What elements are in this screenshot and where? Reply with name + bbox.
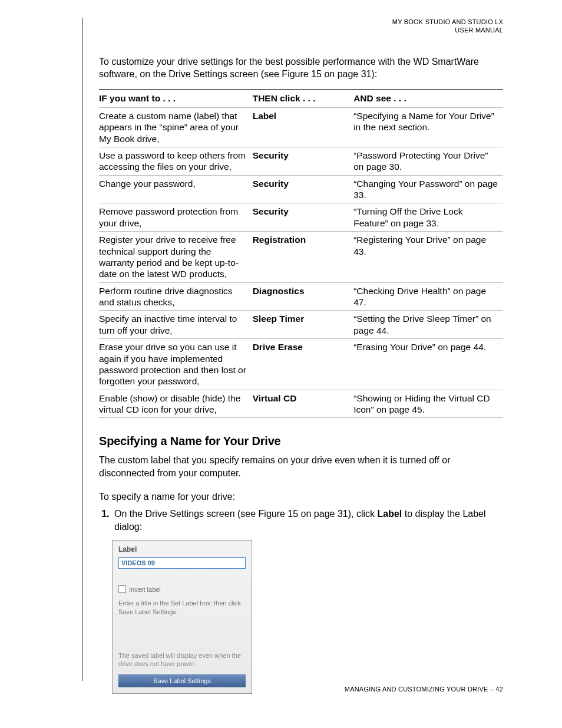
cell-click: Registration: [253, 232, 354, 283]
header-line-1: MY BOOK STUDIO AND STUDIO LX: [82, 18, 503, 26]
cell-if: Specify an inactive time interval to tur…: [99, 311, 253, 339]
step-1-label-bold: Label: [377, 509, 402, 519]
cell-if: Perform routine drive diagnostics and st…: [99, 282, 253, 311]
cell-if: Use a password to keep others from acces…: [99, 147, 253, 175]
table-row: Change your password, Security “Changing…: [99, 175, 503, 203]
steps-list: On the Drive Settings screen (see Figure…: [99, 508, 503, 533]
save-label-settings-button[interactable]: Save Label Settings: [118, 674, 246, 687]
invert-label-text: Invert label: [129, 586, 161, 593]
cell-click: Diagnostics: [253, 282, 354, 311]
cell-if: Remove password protection from your dri…: [99, 203, 253, 232]
table-row: Register your drive to receive free tech…: [99, 232, 503, 283]
cell-see: “Showing or Hiding the Virtual CD Icon” …: [353, 390, 503, 418]
cell-see: “Registering Your Drive” on page 43.: [353, 232, 503, 283]
intro-paragraph: To customize your drive settings for the…: [99, 55, 503, 81]
step-1-pre: On the Drive Settings screen (see Figure…: [114, 509, 377, 519]
table-row: Enable (show) or disable (hide) the virt…: [99, 390, 503, 418]
drive-settings-table: IF you want to . . . THEN click . . . AN…: [99, 89, 503, 419]
th-click: THEN click . . .: [253, 89, 354, 107]
cell-see: “Changing Your Password” on page 33.: [353, 175, 503, 203]
cell-see: “Specifying a Name for Your Drive” in th…: [353, 107, 503, 147]
cell-click: Virtual CD: [253, 390, 354, 418]
table-row: Specify an inactive time interval to tur…: [99, 311, 503, 339]
table-row: Perform routine drive diagnostics and st…: [99, 282, 503, 311]
cell-click: Security: [253, 147, 354, 175]
cell-see: “Checking Drive Health” on page 47.: [353, 282, 503, 311]
cell-if: Enable (show) or disable (hide) the virt…: [99, 390, 253, 418]
dialog-hint: Enter a title in the Set Label box; then…: [118, 599, 246, 616]
table-row: Create a custom name (label) that appear…: [99, 107, 503, 147]
section-lead: To specify a name for your drive:: [99, 490, 503, 503]
section-heading: Specifying a Name for Your Drive: [99, 434, 503, 448]
cell-if: Create a custom name (label) that appear…: [99, 107, 253, 147]
table-row: Erase your drive so you can use it again…: [99, 339, 503, 390]
cell-see: “Erasing Your Drive” on page 44.: [353, 339, 503, 390]
cell-if: Register your drive to receive free tech…: [99, 232, 253, 283]
table-header-row: IF you want to . . . THEN click . . . AN…: [99, 89, 503, 107]
cell-see: “Turning Off the Drive Lock Feature” on …: [353, 203, 503, 232]
table-row: Remove password protection from your dri…: [99, 203, 503, 232]
dialog-note: The saved label will display even when t…: [118, 651, 246, 668]
cell-click: Security: [253, 175, 354, 203]
invert-label-row[interactable]: Invert label: [118, 585, 246, 593]
section-paragraph: The custom label that you specify remain…: [99, 454, 503, 479]
table-row: Use a password to keep others from acces…: [99, 147, 503, 175]
checkbox-icon[interactable]: [118, 585, 126, 593]
label-input[interactable]: [118, 557, 246, 569]
left-margin-rule: [82, 18, 83, 681]
cell-click: Sleep Timer: [253, 311, 354, 339]
page-footer: MANAGING AND CUSTOMIZING YOUR DRIVE – 42: [345, 686, 503, 693]
cell-click: Security: [253, 203, 354, 232]
label-dialog: Label Invert label Enter a title in the …: [112, 540, 252, 693]
cell-if: Change your password,: [99, 175, 253, 203]
cell-if: Erase your drive so you can use it again…: [99, 339, 253, 390]
dialog-title: Label: [118, 545, 246, 554]
running-header: MY BOOK STUDIO AND STUDIO LX USER MANUAL: [82, 18, 503, 35]
th-see: AND see . . .: [353, 89, 503, 107]
step-1: On the Drive Settings screen (see Figure…: [112, 508, 503, 533]
header-line-2: USER MANUAL: [82, 26, 503, 34]
th-if: IF you want to . . .: [99, 89, 253, 107]
cell-click: Label: [253, 107, 354, 147]
cell-see: “Setting the Drive Sleep Timer” on page …: [353, 311, 503, 339]
cell-click: Drive Erase: [253, 339, 354, 390]
cell-see: “Password Protecting Your Drive” on page…: [353, 147, 503, 175]
